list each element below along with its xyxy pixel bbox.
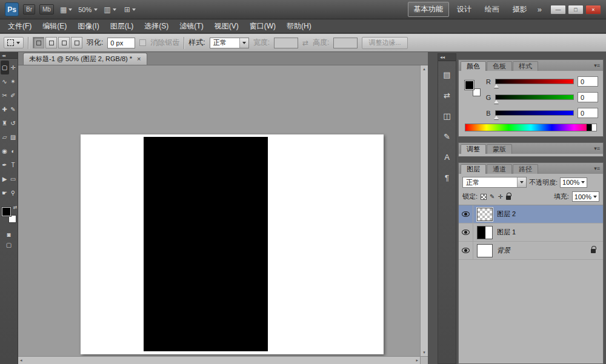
clone-stamp-tool[interactable]: ♜ xyxy=(1,116,9,130)
collapsed-panel-icon[interactable]: ✎ xyxy=(438,129,456,144)
blend-mode-select[interactable]: 正常 xyxy=(462,177,527,188)
feather-input[interactable]: 0 px xyxy=(107,38,135,48)
green-value-input[interactable]: 0 xyxy=(578,92,598,102)
menu-image[interactable]: 图像(I) xyxy=(72,19,104,33)
tab-styles[interactable]: 样式 xyxy=(513,61,538,71)
layer-row-background[interactable]: 背景 xyxy=(459,242,603,260)
foreground-color-swatch[interactable] xyxy=(465,81,474,90)
lock-all-icon[interactable] xyxy=(506,196,511,200)
tab-layers[interactable]: 图层 xyxy=(461,164,486,174)
scroll-right-icon[interactable]: ▸ xyxy=(416,358,418,363)
tool-preset-picker[interactable] xyxy=(4,37,24,48)
red-slider[interactable] xyxy=(495,79,574,84)
fill-input[interactable]: 100% xyxy=(572,191,599,202)
launch-bridge-button[interactable]: Br xyxy=(23,4,35,15)
style-select[interactable]: 正常 xyxy=(210,38,249,48)
panel-menu-icon[interactable]: ▾≡ xyxy=(594,145,600,151)
white-swatch[interactable] xyxy=(591,124,597,131)
layer-row-layer2[interactable]: 图层 2 xyxy=(459,205,603,223)
tab-close-icon[interactable]: × xyxy=(137,56,141,62)
select-arrow-button[interactable] xyxy=(517,177,526,187)
crop-tool[interactable]: ✂ xyxy=(1,88,9,102)
screen-mode-dropdown[interactable]: ⊞ xyxy=(122,4,138,15)
width-input[interactable] xyxy=(274,38,298,48)
workspace-painting-button[interactable]: 绘画 xyxy=(479,2,505,16)
lock-position-icon[interactable]: ✛ xyxy=(498,193,502,200)
screen-mode-cycle-icon[interactable]: ▢ xyxy=(6,242,12,248)
history-brush-tool[interactable]: ↺ xyxy=(9,116,18,130)
layer-thumbnail[interactable] xyxy=(477,244,493,257)
subtract-from-selection-icon[interactable] xyxy=(58,37,70,48)
blue-slider[interactable] xyxy=(495,110,574,116)
move-tool[interactable]: ✛ xyxy=(9,61,18,74)
tab-masks[interactable]: 蒙版 xyxy=(487,144,512,154)
eyedropper-tool[interactable]: ✐ xyxy=(9,88,18,102)
path-selection-tool[interactable]: ▶ xyxy=(1,172,9,186)
expand-panels-button[interactable]: ◂◂ xyxy=(438,54,456,61)
menu-edit[interactable]: 编辑(E) xyxy=(37,19,72,33)
workspace-overflow-button[interactable]: » xyxy=(535,5,544,14)
swap-dimensions-icon[interactable]: ⇄ xyxy=(302,39,308,47)
zoom-level-dropdown[interactable]: 50% xyxy=(78,6,98,13)
slider-handle[interactable] xyxy=(494,84,499,88)
opacity-input[interactable]: 100% xyxy=(560,177,587,188)
green-slider[interactable] xyxy=(495,94,574,100)
layer-name[interactable]: 图层 2 xyxy=(497,210,516,219)
tab-swatches[interactable]: 色板 xyxy=(487,61,512,71)
slider-handle[interactable] xyxy=(494,116,499,119)
select-arrow-button[interactable] xyxy=(239,38,248,48)
layer-visibility-toggle[interactable] xyxy=(459,242,473,259)
lasso-tool[interactable]: ∿ xyxy=(1,74,9,88)
scroll-left-icon[interactable]: ◂ xyxy=(20,358,22,363)
new-selection-icon[interactable] xyxy=(33,37,44,48)
lock-transparency-icon[interactable] xyxy=(481,194,487,200)
intersect-selection-icon[interactable] xyxy=(71,37,82,48)
collapsed-panel-icon[interactable]: ◫ xyxy=(438,108,456,123)
swap-colors-icon[interactable]: ⇄ xyxy=(13,205,18,210)
layer-thumbnail[interactable] xyxy=(477,208,493,221)
blur-tool[interactable]: ◉ xyxy=(1,144,9,158)
close-button[interactable]: × xyxy=(585,5,601,15)
eraser-tool[interactable]: ▱ xyxy=(1,130,9,144)
foreground-color-swatch[interactable] xyxy=(2,207,11,216)
height-input[interactable] xyxy=(333,38,358,48)
collapsed-panel-icon[interactable]: ⇄ xyxy=(438,88,456,102)
canvas[interactable] xyxy=(81,134,384,354)
quick-mask-icon[interactable]: ◙ xyxy=(7,231,10,238)
document-tab[interactable]: 未标题-1 @ 50% (图层 2, RGB/8) * × xyxy=(23,53,147,65)
panel-menu-icon[interactable]: ▾≡ xyxy=(594,62,600,68)
shape-tool[interactable]: ▭ xyxy=(9,172,18,186)
panel-menu-icon[interactable]: ▾≡ xyxy=(594,165,600,171)
menu-select[interactable]: 选择(S) xyxy=(139,19,174,33)
black-swatch[interactable] xyxy=(587,124,591,131)
launch-minibridge-button[interactable]: Mb xyxy=(39,4,54,15)
layer-thumbnail[interactable] xyxy=(477,226,493,239)
tab-channels[interactable]: 通道 xyxy=(487,164,512,174)
antialias-checkbox[interactable] xyxy=(139,39,146,46)
menu-view[interactable]: 视图(V) xyxy=(209,19,244,33)
layer-name[interactable]: 图层 1 xyxy=(497,228,516,237)
workspace-design-button[interactable]: 设计 xyxy=(451,2,477,16)
workspace-essentials-button[interactable]: 基本功能 xyxy=(408,2,449,17)
rectangular-marquee-tool[interactable]: ▢ xyxy=(1,61,9,74)
layer-row-layer1[interactable]: 图层 1 xyxy=(459,223,603,242)
color-spectrum-ramp[interactable] xyxy=(465,124,597,131)
menu-filter[interactable]: 滤镜(T) xyxy=(174,19,208,33)
minimize-button[interactable]: — xyxy=(550,5,566,15)
menu-layer[interactable]: 图层(L) xyxy=(105,19,139,33)
blue-value-input[interactable]: 0 xyxy=(578,108,598,118)
layer-name[interactable]: 背景 xyxy=(497,246,510,255)
red-value-input[interactable]: 0 xyxy=(578,76,598,87)
tab-paths[interactable]: 路径 xyxy=(513,164,538,174)
layer-visibility-toggle[interactable] xyxy=(459,223,473,241)
character-panel-icon[interactable]: A xyxy=(438,150,456,164)
refine-edge-button[interactable]: 调整边缘... xyxy=(362,37,407,49)
tab-color[interactable]: 颜色 xyxy=(461,61,486,71)
vertical-scrollbar[interactable]: ▴ ▾ xyxy=(420,65,428,356)
lock-pixels-icon[interactable]: ✎ xyxy=(490,193,494,200)
dodge-tool[interactable]: ◐ xyxy=(9,144,18,158)
hand-tool[interactable]: ☛ xyxy=(1,186,9,200)
menu-file[interactable]: 文件(F) xyxy=(2,19,37,33)
scroll-up-icon[interactable]: ▴ xyxy=(423,67,425,71)
collapse-tools-button[interactable]: ◂◂ xyxy=(0,52,18,59)
